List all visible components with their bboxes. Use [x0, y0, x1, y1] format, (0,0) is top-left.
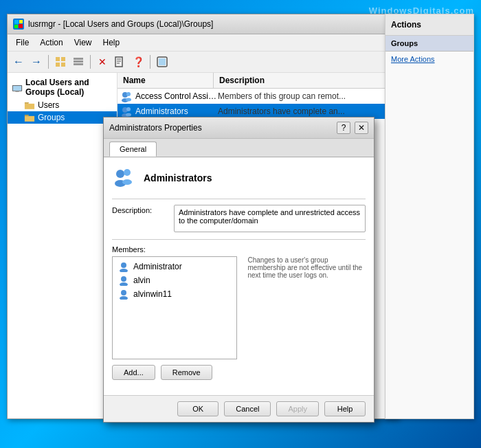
svg-point-107	[120, 282, 128, 286]
dialog-title-bar: Administrators Properties ? ✕	[104, 117, 374, 139]
svg-point-103	[122, 179, 132, 185]
cancel-button[interactable]: Cancel	[224, 401, 271, 416]
member-item[interactable]: alvin	[115, 273, 234, 287]
ok-button[interactable]: OK	[177, 401, 219, 416]
dialog-help-btn[interactable]: ?	[337, 122, 350, 134]
member-name: alvin	[133, 276, 150, 285]
svg-point-101	[124, 169, 131, 176]
members-label: Members:	[112, 245, 366, 254]
group-big-icon	[112, 166, 137, 190]
user-icon	[118, 261, 129, 272]
dialog-overlay: Administrators Properties ? ✕ General	[0, 0, 481, 448]
header-divider	[112, 199, 366, 199]
dialog-close-btn[interactable]: ✕	[355, 122, 368, 134]
svg-point-108	[121, 290, 126, 295]
dialog-footer: OK Cancel Apply Help	[104, 395, 374, 422]
administrators-properties-dialog: Administrators Properties ? ✕ General	[103, 117, 374, 423]
remove-button[interactable]: Remove	[161, 365, 212, 380]
member-item[interactable]: alvinwin11	[115, 287, 234, 301]
help-button[interactable]: Help	[324, 401, 366, 416]
members-note: Changes to a user's group membership are…	[243, 256, 366, 365]
members-box: Administrator alvin alvinwin11	[112, 256, 237, 359]
user-icon	[118, 289, 129, 300]
description-label: Description:	[112, 205, 174, 214]
dialog-title: Administrators Properties	[109, 123, 202, 133]
svg-point-104	[121, 262, 126, 268]
member-item[interactable]: Administrator	[115, 260, 234, 273]
description-value[interactable]: Administrators have complete and unrestr…	[174, 205, 366, 232]
svg-point-105	[120, 269, 128, 272]
user-icon	[118, 275, 129, 286]
members-actions: Add... Remove	[112, 365, 366, 380]
svg-point-109	[120, 296, 128, 300]
member-name: Administrator	[133, 262, 182, 271]
dialog-body: Administrators Description: Administrato…	[104, 157, 374, 395]
dialog-tabs: General	[104, 139, 374, 157]
group-header: Administrators	[112, 166, 366, 190]
svg-point-100	[116, 170, 124, 178]
apply-button[interactable]: Apply	[276, 401, 319, 416]
tab-general[interactable]: General	[109, 142, 157, 157]
description-field: Description: Administrators have complet…	[112, 205, 366, 232]
group-header-name: Administrators	[144, 172, 212, 183]
member-name: alvinwin11	[133, 289, 172, 299]
members-divider	[112, 239, 366, 240]
svg-point-106	[121, 276, 126, 282]
dialog-window-controls: ? ✕	[337, 122, 368, 134]
add-button[interactable]: Add...	[112, 365, 155, 380]
